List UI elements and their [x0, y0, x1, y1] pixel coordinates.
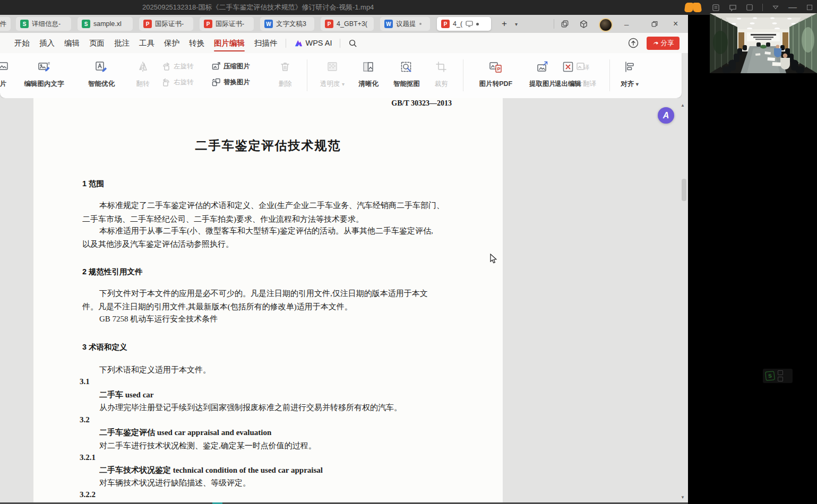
edit-text-in-image-button[interactable]: 编辑图内文字	[14, 60, 74, 89]
upload-cloud-button[interactable]	[627, 37, 639, 49]
user-avatar[interactable]	[599, 18, 613, 32]
close-button[interactable]: ×	[673, 15, 678, 33]
wps-ai-button[interactable]: WPS AI	[289, 33, 337, 53]
flip-button[interactable]: 翻转	[128, 60, 157, 89]
webcam-feed[interactable]	[710, 13, 817, 73]
menu-protect[interactable]: 保护	[159, 33, 184, 53]
player-topbar-icons: —	[685, 0, 817, 15]
tab-active-4gbt[interactable]: P 4_(	[437, 17, 491, 31]
document-tab-strip: 件 S 详细信息- S sample.xl P 国际证书- P 国际证书- W …	[0, 15, 688, 33]
tab-xiangxixinxi[interactable]: S 详细信息-	[16, 17, 71, 31]
definition-line: 对二手车进行技术状况检测、鉴定,确定某一时点价值的过程。	[99, 441, 316, 451]
menu-convert[interactable]: 转换	[184, 33, 209, 53]
rotate-group: 左旋转 右旋转	[161, 58, 194, 90]
body-line: 件。凡是不注日期的引用文件,其最新版本(包括所有的修改单)适用于本文件。	[82, 302, 352, 312]
conference-room-image	[710, 13, 817, 73]
crop-button[interactable]: 裁剪	[429, 60, 453, 89]
section-1-heading: 1 范围	[82, 179, 104, 189]
workspace-cube-button[interactable]	[579, 15, 588, 33]
delete-button[interactable]: 删除	[272, 60, 298, 89]
toolbar-divider	[609, 59, 610, 91]
menu-edit[interactable]: 编辑	[59, 33, 84, 53]
tab-sample[interactable]: S sample.xl	[78, 17, 133, 31]
ribbon-divider	[340, 39, 340, 48]
clause-number: 3.2.2	[80, 490, 96, 499]
section-2-heading: 2 规范性引用文件	[82, 267, 143, 277]
recorder-watermark[interactable]: S	[763, 369, 793, 383]
rotate-left-button[interactable]: 左旋转	[161, 58, 194, 74]
dropdown-triangle-icon[interactable]	[771, 3, 780, 12]
menu-page[interactable]: 页面	[84, 33, 109, 53]
search-button[interactable]	[343, 33, 362, 53]
body-line: 本标准规定了二手车鉴定评估的术语和定义、企业(生产企业二手车业务、汽车经销商二手…	[99, 201, 444, 211]
watermark-mini-icon	[778, 370, 783, 375]
watermark-logo-icon: S	[765, 371, 775, 381]
share-button[interactable]: 分享	[647, 37, 680, 50]
scrollbar-down-arrow[interactable]: ▼	[681, 495, 685, 500]
transparency-button[interactable]: 透明度 ▾	[314, 60, 350, 89]
toolbar-partial-button[interactable]: 片	[0, 60, 15, 89]
player-maximize-icon[interactable]	[805, 3, 814, 12]
reference-line: GB 7258 机动车运行安全技术条件	[99, 314, 218, 324]
section-3-heading: 3 术语和定义	[82, 342, 127, 352]
image-to-pdf-button[interactable]: P 图片转PDF	[471, 60, 520, 89]
clarify-button[interactable]: 清晰化	[352, 60, 384, 89]
wps-ai-logo-icon	[294, 39, 303, 47]
menu-comment[interactable]: 批注	[109, 33, 134, 53]
document-title: 二手车鉴定评估技术规范	[33, 137, 503, 154]
scrollbar-up-arrow[interactable]: ▲	[681, 103, 685, 108]
presenting-monitor-icon	[466, 21, 473, 27]
tab-guojizhengshu-2[interactable]: P 国际证书-	[200, 17, 254, 31]
window-icon[interactable]	[745, 3, 754, 12]
toolbar-divider	[463, 59, 463, 91]
search-icon	[348, 39, 357, 48]
notes-icon[interactable]	[711, 3, 720, 12]
image-ops-group: 压缩图片 替换图片	[211, 58, 250, 90]
ribbon-bar: 开始 插入 编辑 页面 批注 工具 保护 转换 图片编辑 扫描件	[0, 33, 688, 53]
tab-yitit[interactable]: W 议题提	[380, 17, 430, 31]
watermark-mini-icon	[778, 377, 783, 381]
term-line: 二手车技术状况鉴定 technical condition of the use…	[99, 465, 323, 475]
svg-text:P: P	[497, 66, 501, 72]
body-line: 本标准适用于从事二手车(小、微型客车和大型轿车)鉴定评估的活动。从事其他二手车鉴…	[99, 226, 433, 236]
tab-wenzidocument3[interactable]: W 文字文稿3	[260, 17, 314, 31]
exit-edit-button[interactable]: 退出编辑	[548, 60, 588, 89]
term-line: 二手车鉴定评估 used car appraisal and evaluatio…	[99, 428, 271, 438]
wps-ai-floating-button[interactable]: A	[658, 107, 674, 124]
document-viewport[interactable]: GB/T 30323—2013 二手车鉴定评估技术规范 1 范围 本标准规定了二…	[0, 98, 688, 504]
tab-guojizhengshu-1[interactable]: P 国际证书-	[139, 17, 193, 31]
scrollbar-thumb[interactable]	[682, 179, 686, 201]
toolbar-divider	[307, 59, 307, 91]
tab-4gbt[interactable]: P 4_GBT+3(	[321, 17, 374, 31]
clause-number: 3.1	[80, 377, 90, 386]
replace-image-button[interactable]: 替换图片	[211, 74, 250, 90]
minimize-button[interactable]: –	[624, 15, 629, 33]
wps-window: 件 S 详细信息- S sample.xl P 国际证书- P 国际证书- W …	[0, 15, 688, 504]
pdf-file-icon: P	[325, 20, 333, 28]
body-line: 下列文件对于本文件的应用是必不可少的。凡是注日期的引用文件,仅注日期的版本适用于…	[99, 289, 428, 299]
menu-picture-edit[interactable]: 图片编辑	[209, 33, 250, 53]
smart-cutout-button[interactable]: 智能抠图	[386, 60, 427, 89]
tab-list-chevron-icon[interactable]: ▾	[515, 21, 518, 27]
restore-button[interactable]	[651, 15, 658, 33]
chat-bubble-icon[interactable]	[728, 3, 737, 12]
menu-scan[interactable]: 扫描件	[250, 33, 282, 53]
align-button[interactable]: 对齐 ▾	[615, 60, 644, 89]
menu-tools[interactable]: 工具	[134, 33, 159, 53]
menu-start[interactable]: 开始	[10, 33, 35, 53]
menu-insert[interactable]: 插入	[35, 33, 59, 53]
duplicate-window-button[interactable]	[561, 15, 569, 33]
video-filename: 20250925132318-国标《二手车鉴定评估技术规范》修订研讨会-视频-1…	[142, 3, 374, 12]
new-tab-button[interactable]: +	[502, 19, 507, 29]
smart-optimize-button[interactable]: 智能优化	[79, 60, 124, 89]
compress-image-button[interactable]: 压缩图片	[211, 58, 250, 74]
screen: 20250925132318-国标《二手车鉴定评估技术规范》修订研讨会-视频-1…	[0, 0, 817, 504]
body-line: 下列术语和定义适用于本文件。	[99, 365, 211, 375]
mouse-cursor	[489, 254, 498, 266]
word-file-icon: W	[264, 20, 273, 28]
tab-partial-left[interactable]: 件	[0, 17, 11, 31]
rotate-right-button[interactable]: 右旋转	[161, 74, 194, 90]
definition-line: 从办理完毕注册登记手续到达到国家强制报废标准之前进行交易并转移所有权的汽车。	[99, 403, 402, 413]
player-minimize-icon[interactable]: —	[788, 3, 797, 12]
player-app-logo-icon[interactable]	[685, 3, 703, 12]
